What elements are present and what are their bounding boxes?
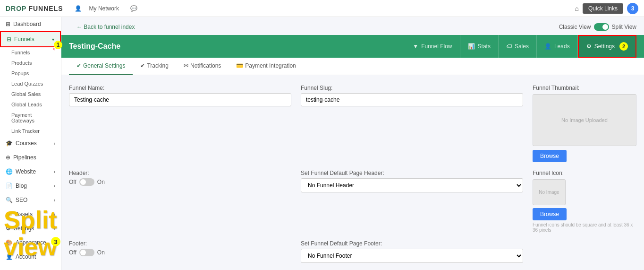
funnel-tab-flow[interactable]: ▼ Funnel Flow	[405, 35, 460, 58]
leads-icon: 👤	[544, 43, 551, 50]
sidebar-sub-products[interactable]: Products	[0, 58, 61, 68]
sidebar-item-seo[interactable]: 🔍 SEO ›	[0, 193, 61, 207]
sidebar-sub-payment-gateways[interactable]: Payment Gateways	[0, 110, 61, 126]
browse-thumbnail-button[interactable]: Browse	[533, 150, 567, 162]
sidebar-item-courses[interactable]: 🎓 Courses ›	[0, 136, 61, 150]
funnel-header: Testing-Cache ▼ Funnel Flow 📊 Stats 🏷 Sa…	[61, 35, 644, 58]
footer-on-label: On	[97, 249, 105, 256]
footer-off-label: Off	[69, 249, 76, 256]
header-label: Header:	[69, 170, 291, 176]
icon-hint: Funnel icons should be square and at lea…	[533, 222, 636, 233]
funnel-tab-settings[interactable]: ⚙ Settings 2	[578, 35, 636, 58]
icon-section: Funnel Icon: No Image Browse Funnel icon…	[533, 170, 636, 233]
back-to-funnel-index[interactable]: ← Back to funnel index	[69, 20, 142, 34]
sidebar-sub-link-tracker[interactable]: Link Tracker	[0, 126, 61, 136]
settings-tab-general[interactable]: ✔ General Settings	[69, 58, 133, 75]
seo-chevron: ›	[54, 198, 55, 203]
settings-sub-tabs: ✔ General Settings ✔ Tracking ✉ Notifica…	[61, 58, 644, 75]
sidebar-item-blog[interactable]: 📄 Blog ›	[0, 179, 61, 193]
set-footer-col: Set Funnel Default Page Footer: No Funne…	[301, 240, 523, 263]
funnel-flow-icon: ▼	[413, 43, 418, 50]
settings-tab-notifications[interactable]: ✉ Notifications	[176, 58, 229, 75]
thumbnail-label: Funnel Thumbnail:	[533, 85, 636, 91]
set-header-label: Set Funnel Default Page Header:	[301, 170, 523, 176]
blog-chevron: ›	[54, 183, 55, 189]
funnel-tab-stats[interactable]: 📊 Stats	[460, 35, 499, 58]
sidebar-item-settings[interactable]: ⚙ Settings ›	[0, 221, 61, 235]
topbar-right: ⌂ Quick Links 3	[575, 3, 639, 14]
main-layout: ⊞ Dashboard ⊟ Funnels ▾ Funnels Products…	[0, 17, 644, 270]
home-icon[interactable]: ⌂	[575, 5, 579, 12]
browse-icon-button[interactable]: Browse	[533, 208, 567, 220]
sidebar-item-pipelines[interactable]: ⊕ Pipelines	[0, 150, 61, 165]
footer-row: Footer: Off On Set Funnel Default Page F…	[69, 240, 636, 263]
funnel-tab-leads[interactable]: 👤 Leads	[537, 35, 578, 58]
sidebar-item-account[interactable]: 👤 Account	[0, 250, 61, 264]
courses-chevron: ›	[54, 141, 55, 146]
sidebar-item-funnels[interactable]: ⊟ Funnels ▾	[0, 31, 61, 47]
header-toggle[interactable]	[79, 178, 94, 186]
view-switch-toggle[interactable]	[594, 23, 609, 31]
settings-sidebar-chevron: ›	[54, 226, 55, 231]
sidebar-sub-global-sales[interactable]: Global Sales	[0, 89, 61, 99]
quick-links-button[interactable]: Quick Links	[583, 3, 623, 14]
settings-tab-icon: ⚙	[586, 43, 592, 50]
sidebar-sub-lead-quizzes[interactable]: Lead Quizzes	[0, 78, 61, 89]
stats-icon: 📊	[468, 43, 475, 50]
icon-box: No Image	[533, 179, 566, 205]
assets-icon: 📁	[6, 211, 13, 218]
set-footer-label: Set Funnel Default Page Footer:	[301, 240, 523, 247]
dashboard-icon: ⊞	[6, 21, 10, 27]
annotation-2: 2	[619, 42, 628, 51]
assets-chevron: ›	[54, 212, 55, 217]
no-image-label: No Image Uploaded	[561, 117, 608, 123]
sidebar-sub-funnels[interactable]: Funnels	[0, 47, 61, 58]
funnel-tabs: ▼ Funnel Flow 📊 Stats 🏷 Sales 👤 Leads ⚙	[405, 35, 636, 58]
main-content: ← Back to funnel index Classic View Spli…	[61, 17, 644, 270]
header-off-label: Off	[69, 179, 76, 185]
footer-toggle[interactable]	[79, 249, 94, 256]
sidebar-item-appearance[interactable]: 🎨 Appearance ›	[0, 235, 61, 250]
classic-view-label: Classic View	[559, 24, 591, 30]
header-toggle-row: Off On	[69, 178, 291, 186]
settings-icon: ⚙	[6, 225, 11, 232]
notifications-icon: ✉	[184, 62, 188, 69]
funnel-name-row: Funnel Name: Funnel Slug: Funnel Thumbna…	[69, 85, 636, 162]
set-header-select[interactable]: No Funnel Header	[301, 178, 523, 192]
funnel-slug-input[interactable]	[301, 93, 523, 106]
funnel-tab-sales[interactable]: 🏷 Sales	[499, 35, 537, 58]
funnel-slug-label: Funnel Slug:	[301, 85, 523, 91]
avatar[interactable]: 3	[627, 3, 638, 14]
payment-icon: 💳	[236, 62, 243, 69]
header-col: Header: Off On	[69, 170, 291, 186]
topbar: DROPFUNNELS 👤 My Network 💬 ⌂ Quick Links…	[0, 0, 644, 17]
sidebar: ⊞ Dashboard ⊟ Funnels ▾ Funnels Products…	[0, 17, 61, 270]
sidebar-item-dashboard[interactable]: ⊞ Dashboard	[0, 17, 61, 31]
view-toggle: Classic View Split View	[559, 23, 636, 31]
set-header-col: Set Funnel Default Page Header: No Funne…	[301, 170, 523, 192]
funnel-title: Testing-Cache	[69, 42, 405, 51]
footer-col: Footer: Off On	[69, 240, 291, 256]
view-switch-knob	[602, 24, 608, 30]
settings-tab-tracking[interactable]: ✔ Tracking	[133, 58, 176, 75]
funnel-name-input[interactable]	[69, 93, 291, 106]
sidebar-sub-global-leads[interactable]: Global Leads	[0, 99, 61, 110]
set-footer-select[interactable]: No Funnel Footer	[301, 249, 523, 263]
appearance-icon: 🎨	[6, 239, 13, 246]
header-on-label: On	[97, 179, 105, 185]
sidebar-item-assets[interactable]: 📁 Assets ›	[0, 207, 61, 221]
sidebar-item-website[interactable]: 🌐 Website ›	[0, 165, 61, 179]
my-network-link[interactable]: 👤 My Network	[75, 5, 119, 12]
sidebar-sub-popups[interactable]: Popups	[0, 68, 61, 78]
settings-tab-payment[interactable]: 💳 Payment Integration	[229, 58, 303, 75]
funnel-icon-label: Funnel Icon:	[533, 170, 636, 176]
sales-icon: 🏷	[506, 43, 512, 50]
appearance-chevron: ›	[54, 240, 55, 245]
logo: DROPFUNNELS	[6, 5, 63, 12]
messages-link[interactable]: 💬	[130, 5, 137, 12]
funnels-icon: ⊟	[7, 36, 11, 43]
website-chevron: ›	[54, 169, 55, 174]
icon-no-image: No Image	[539, 190, 559, 195]
funnel-name-label: Funnel Name:	[69, 85, 291, 91]
thumbnail-box: No Image Uploaded	[533, 94, 636, 146]
